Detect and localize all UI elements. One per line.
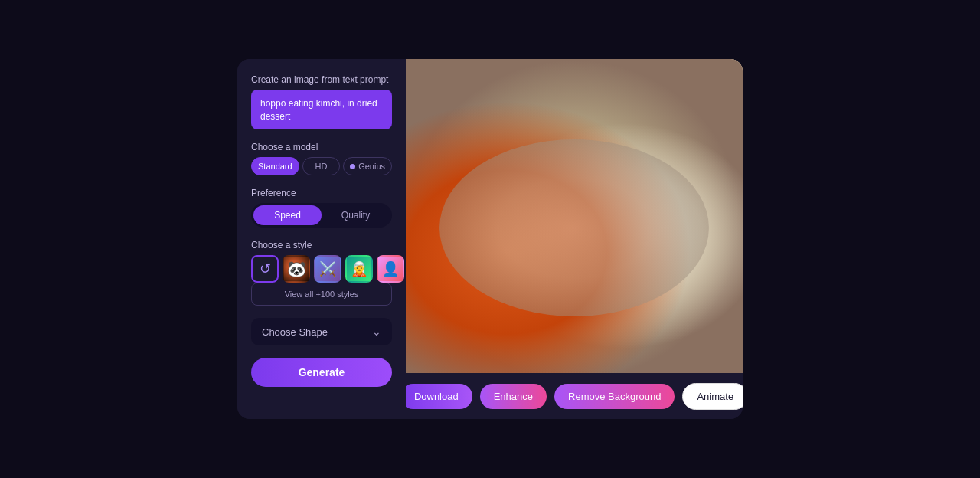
style-thumbnails: ↺ 🐼 ⚔️ 🧝 👤 <box>251 255 392 283</box>
model-standard-button[interactable]: Standard <box>251 157 299 175</box>
right-panel: Download Enhance Remove Background Anima… <box>406 59 743 419</box>
model-buttons: Standard HD Genius <box>251 157 392 175</box>
choose-shape-row[interactable]: Choose Shape ⌄ <box>251 318 392 345</box>
generated-image <box>406 59 743 381</box>
choose-shape-label: Choose Shape <box>262 326 328 338</box>
main-card: Create an image from text prompt Choose … <box>237 59 743 419</box>
prompt-section: Create an image from text prompt <box>251 74 392 129</box>
left-panel: Create an image from text prompt Choose … <box>237 59 406 419</box>
animate-button[interactable]: Animate <box>682 383 743 410</box>
preference-label: Preference <box>251 188 392 198</box>
pref-quality-button[interactable]: Quality <box>322 205 390 225</box>
model-section: Choose a model Standard HD Genius <box>251 142 392 175</box>
style-label: Choose a style <box>251 240 392 250</box>
style-thumb-2[interactable]: 🐼 <box>283 255 310 283</box>
prompt-label: Create an image from text prompt <box>251 74 392 85</box>
chevron-down-icon: ⌄ <box>372 326 381 338</box>
genius-dot-icon <box>350 164 355 169</box>
preference-section: Preference Speed Quality <box>251 188 392 228</box>
style-section: Choose a style ↺ 🐼 ⚔️ 🧝 👤 <box>251 240 392 306</box>
remove-background-button[interactable]: Remove Background <box>554 384 675 409</box>
model-hd-button[interactable]: HD <box>302 157 340 175</box>
download-button[interactable]: Download <box>406 384 472 409</box>
model-genius-label: Genius <box>358 162 385 171</box>
generate-button[interactable]: Generate <box>251 358 392 387</box>
style-thumb-5[interactable]: 👤 <box>377 255 404 283</box>
model-genius-button[interactable]: Genius <box>343 157 392 175</box>
style-thumb-3[interactable]: ⚔️ <box>314 255 341 283</box>
view-all-styles-button[interactable]: View all +100 styles <box>251 283 392 306</box>
style-thumb-4[interactable]: 🧝 <box>345 255 373 283</box>
prompt-input[interactable] <box>251 90 392 129</box>
action-row: Download Enhance Remove Background Anima… <box>406 373 743 419</box>
pref-speed-button[interactable]: Speed <box>253 205 322 225</box>
model-label: Choose a model <box>251 142 392 152</box>
preference-buttons: Speed Quality <box>251 203 392 228</box>
plate-overlay <box>439 139 709 316</box>
enhance-button[interactable]: Enhance <box>480 384 547 409</box>
style-thumb-1[interactable]: ↺ <box>251 255 279 283</box>
